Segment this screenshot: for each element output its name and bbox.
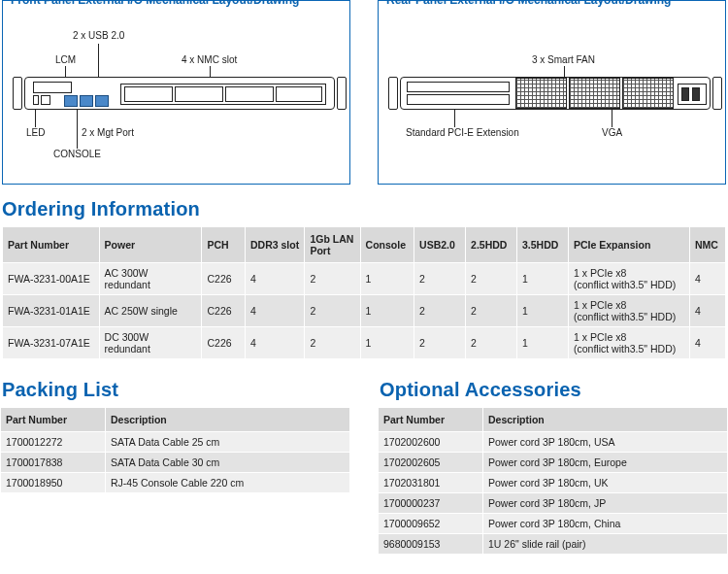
table-cell: 1700017838 — [1, 453, 106, 473]
label-vga: VGA — [602, 127, 622, 138]
rear-panel: Rear Panel External I/O Mechanical Layou… — [378, 0, 726, 185]
col-header: 1Gb LAN Port — [305, 227, 360, 263]
table-cell: 1700000237 — [379, 493, 483, 514]
table-cell: 2 — [305, 295, 360, 327]
table-cell: C226 — [202, 295, 245, 327]
table-cell: 2 — [414, 327, 466, 359]
table-cell: 2 — [414, 295, 466, 327]
table-cell: 1700012272 — [1, 432, 106, 453]
table-cell: FWA-3231-01A1E — [3, 295, 100, 327]
table-cell: 4 — [689, 295, 725, 327]
ordering-heading: Ordering Information — [2, 198, 728, 220]
col-header: PCH — [202, 227, 245, 263]
col-header: DDR3 slot — [245, 227, 304, 263]
table-row: 1702002605Power cord 3P 180cm, Europe — [379, 453, 728, 473]
table-row: 1700018950RJ-45 Console Cable 220 cm — [1, 473, 350, 493]
table-cell: 1702031801 — [379, 473, 483, 493]
table-cell: C226 — [202, 327, 245, 359]
label-led: LED — [26, 127, 45, 138]
label-fan: 3 x Smart FAN — [532, 54, 595, 65]
col-header: 3.5HDD — [517, 227, 569, 263]
col-header: NMC — [689, 227, 725, 263]
table-cell: 4 — [245, 295, 304, 327]
col-header: Part Number — [379, 408, 483, 432]
table-cell: 1 — [517, 263, 569, 295]
table-row: 96800091531U 26" slide rail (pair) — [379, 534, 728, 555]
table-row: FWA-3231-07A1EDC 300W redundantC22642122… — [3, 327, 726, 359]
table-cell: 2 — [466, 263, 517, 295]
packing-heading: Packing List — [2, 379, 350, 401]
col-header: Part Number — [3, 227, 100, 263]
table-cell: 1 — [360, 263, 414, 295]
table-row: FWA-3231-01A1EAC 250W singleC2264212211 … — [3, 295, 726, 327]
table-cell: FWA-3231-07A1E — [3, 327, 100, 359]
table-cell: 4 — [245, 327, 304, 359]
table-cell: 1700018950 — [1, 473, 106, 493]
col-header: Power — [99, 227, 202, 263]
table-cell: 2 — [305, 263, 360, 295]
table-cell: Power cord 3P 180cm, USA — [483, 432, 728, 453]
table-cell: FWA-3231-00A1E — [3, 263, 100, 295]
table-cell: 1702002605 — [379, 453, 483, 473]
table-cell: 1 x PCIe x8(conflict with3.5" HDD) — [568, 295, 689, 327]
col-header: USB2.0 — [414, 227, 466, 263]
label-mgt: 2 x Mgt Port — [82, 127, 134, 138]
table-cell: 4 — [245, 263, 304, 295]
table-cell: 2 — [466, 327, 517, 359]
label-usb: 2 x USB 2.0 — [73, 30, 124, 41]
table-cell: AC 250W single — [99, 295, 202, 327]
table-row: 1700009652Power cord 3P 180cm, China — [379, 514, 728, 534]
table-cell: 1 — [517, 295, 569, 327]
table-cell: 1702002600 — [379, 432, 483, 453]
table-row: 1702002600Power cord 3P 180cm, USA — [379, 432, 728, 453]
ordering-table: Part NumberPowerPCHDDR3 slot1Gb LAN Port… — [2, 226, 726, 359]
table-cell: RJ-45 Console Cable 220 cm — [106, 473, 350, 493]
table-cell: 1 x PCIe x8(conflict with3.5" HDD) — [568, 263, 689, 295]
table-cell: 1 — [517, 327, 569, 359]
table-cell: 1 — [360, 327, 414, 359]
label-nmc: 4 x NMC slot — [182, 54, 237, 65]
table-cell: 2 — [466, 295, 517, 327]
table-cell: Power cord 3P 180cm, Europe — [483, 453, 728, 473]
table-row: 1702031801Power cord 3P 180cm, UK — [379, 473, 728, 493]
table-cell: Power cord 3P 180cm, JP — [483, 493, 728, 514]
optional-heading: Optional Accessories — [380, 379, 728, 401]
table-cell: SATA Data Cable 30 cm — [106, 453, 350, 473]
col-header: Description — [106, 408, 350, 432]
col-header: 2.5HDD — [466, 227, 517, 263]
table-cell: DC 300W redundant — [99, 327, 202, 359]
label-console: CONSOLE — [53, 149, 101, 159]
table-row: 1700000237Power cord 3P 180cm, JP — [379, 493, 728, 514]
packing-table: Part NumberDescription 1700012272SATA Da… — [0, 407, 350, 493]
table-cell: AC 300W redundant — [99, 263, 202, 295]
col-header: Description — [483, 408, 728, 432]
table-row: 1700017838SATA Data Cable 30 cm — [1, 453, 350, 473]
table-row: FWA-3231-00A1EAC 300W redundantC22642122… — [3, 263, 726, 295]
table-cell: 4 — [689, 327, 725, 359]
front-panel: Front Panel External I/O Mechanical Layo… — [2, 0, 350, 185]
table-cell: 9680009153 — [379, 534, 483, 555]
table-cell: 1 — [360, 295, 414, 327]
col-header: Part Number — [1, 408, 106, 432]
col-header: PCIe Expansion — [568, 227, 689, 263]
table-cell: 2 — [414, 263, 466, 295]
table-row: 1700012272SATA Data Cable 25 cm — [1, 432, 350, 453]
table-cell: 1700009652 — [379, 514, 483, 534]
table-cell: 1U 26" slide rail (pair) — [483, 534, 728, 555]
table-cell: Power cord 3P 180cm, China — [483, 514, 728, 534]
table-cell: 1 x PCIe x8(conflict with3.5" HDD) — [568, 327, 689, 359]
col-header: Console — [360, 227, 414, 263]
table-cell: C226 — [202, 263, 245, 295]
label-ext: Standard PCI-E Extension — [406, 127, 519, 138]
table-cell: 2 — [305, 327, 360, 359]
label-lcm: LCM — [55, 54, 76, 65]
table-cell: SATA Data Cable 25 cm — [106, 432, 350, 453]
optional-table: Part NumberDescription 1702002600Power c… — [378, 407, 728, 555]
table-cell: Power cord 3P 180cm, UK — [483, 473, 728, 493]
table-cell: 4 — [689, 263, 725, 295]
